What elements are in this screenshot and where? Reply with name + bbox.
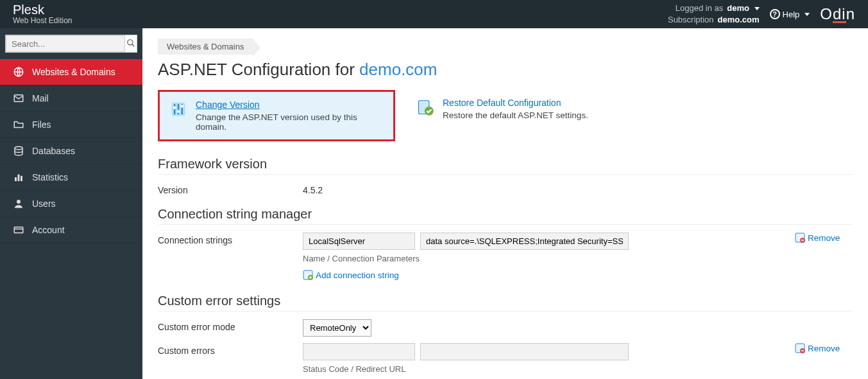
svg-point-15	[173, 106, 176, 109]
restore-icon	[416, 98, 435, 117]
card-icon	[13, 224, 24, 236]
page-title: ASP.NET Configuration for demo.com	[158, 60, 853, 80]
remove-icon	[795, 343, 805, 353]
link-add-connection-label: Add connection string	[316, 270, 399, 280]
sidebar-item-label: Mail	[32, 93, 49, 103]
sidebar-item-label: Databases	[32, 146, 75, 156]
topbar-right: Logged in as demo Subscription demo.com …	[668, 3, 855, 26]
search-wrap	[0, 28, 142, 59]
brand-block: Plesk Web Host Edition	[13, 3, 72, 25]
svg-point-17	[181, 105, 184, 108]
caret-down-icon	[804, 13, 810, 16]
svg-line-1	[132, 44, 135, 46]
svg-point-4	[15, 146, 22, 150]
brand-subtitle: Web Host Edition	[13, 16, 72, 25]
input-connection-params[interactable]	[420, 233, 629, 250]
svg-rect-9	[14, 227, 23, 233]
breadcrumb-item[interactable]: Websites & Domains	[158, 39, 253, 55]
row-error-mode: Custom error mode RemoteOnly	[158, 319, 853, 337]
nav: Websites & Domains Mail Files Databases …	[0, 59, 142, 243]
tile-change-version-desc: Change the ASP.NET version used by this …	[196, 112, 384, 132]
sidebar-item-label: Websites & Domains	[32, 67, 115, 77]
tile-change-version-link[interactable]: Change Version	[196, 100, 384, 110]
action-tiles: Change Version Change the ASP.NET versio…	[158, 90, 853, 141]
sidebar-item-label: Files	[32, 119, 51, 130]
label-connection-strings: Connection strings	[158, 233, 293, 245]
page-title-domain[interactable]: demo.com	[359, 60, 437, 79]
svg-rect-5	[15, 177, 17, 181]
label-error-mode: Custom error mode	[158, 319, 293, 332]
row-connection-strings: Connection strings Name / Connection Par…	[158, 233, 853, 282]
link-remove-connection-label: Remove	[808, 233, 840, 243]
svg-rect-6	[18, 175, 20, 182]
input-error-status[interactable]	[303, 343, 415, 360]
search-icon	[126, 39, 135, 49]
help-dropdown[interactable]: ? Help	[770, 9, 810, 19]
brand-title: Plesk	[13, 3, 72, 16]
user-icon	[13, 198, 24, 209]
mail-icon	[13, 93, 24, 104]
subscription-label: Subscription	[668, 14, 714, 26]
topbar: Plesk Web Host Edition Logged in as demo…	[0, 0, 868, 28]
help-label: Help	[783, 10, 800, 19]
svg-point-8	[17, 200, 21, 204]
svg-rect-7	[21, 176, 22, 181]
row-version: Version 4.5.2	[158, 182, 853, 195]
link-add-connection-string[interactable]: Add connection string	[303, 270, 399, 280]
globe-icon	[13, 66, 24, 78]
sidebar-item-label: Users	[32, 198, 56, 209]
input-error-url[interactable]	[420, 343, 629, 360]
remove-icon	[795, 233, 805, 243]
sidebar-item-account[interactable]: Account	[0, 217, 142, 243]
input-connection-name[interactable]	[303, 233, 415, 250]
row-custom-errors: Custom errors Status Code / Redirect URL…	[158, 343, 853, 379]
section-heading-errors: Custom error settings	[158, 294, 853, 312]
tile-restore-default-link[interactable]: Restore Default Configuration	[443, 98, 588, 108]
database-icon	[13, 145, 24, 157]
search-input[interactable]	[6, 35, 125, 52]
help-errors: Status Code / Redirect URL	[303, 364, 785, 374]
sidebar-item-files[interactable]: Files	[0, 112, 142, 138]
add-icon	[303, 270, 313, 280]
chart-icon	[13, 172, 24, 183]
sidebar: Websites & Domains Mail Files Databases …	[0, 28, 142, 379]
link-remove-connection[interactable]: Remove	[795, 233, 840, 243]
sidebar-item-databases[interactable]: Databases	[0, 138, 142, 164]
tile-restore-default-desc: Restore the default ASP.NET settings.	[443, 110, 588, 120]
section-heading-connection: Connection string manager	[158, 207, 853, 225]
partner-logo: Odin	[820, 5, 855, 23]
folder-icon	[13, 119, 24, 130]
svg-point-16	[177, 110, 180, 113]
search-button[interactable]	[125, 35, 137, 52]
tile-restore-default[interactable]: Restore Default Configuration Restore th…	[407, 90, 597, 141]
sidebar-item-users[interactable]: Users	[0, 191, 142, 217]
link-remove-error-label: Remove	[808, 344, 840, 353]
logged-in-user-dropdown[interactable]: demo	[727, 3, 759, 14]
label-custom-errors: Custom errors	[158, 343, 293, 356]
sidebar-item-websites-domains[interactable]: Websites & Domains	[0, 59, 142, 85]
breadcrumb: Websites & Domains	[158, 39, 853, 55]
svg-point-0	[128, 39, 133, 44]
search-box	[5, 35, 137, 53]
section-heading-framework: Framework version	[158, 157, 853, 175]
select-error-mode[interactable]: RemoteOnly	[303, 319, 371, 337]
logged-in-label: Logged in as	[676, 3, 723, 14]
page-title-prefix: ASP.NET Configuration for	[158, 60, 359, 79]
main-content: Websites & Domains ASP.NET Configuration…	[142, 28, 868, 379]
link-remove-error[interactable]: Remove	[795, 343, 840, 353]
tile-change-version[interactable]: Change Version Change the ASP.NET versio…	[158, 90, 395, 141]
sidebar-item-statistics[interactable]: Statistics	[0, 164, 142, 191]
sidebar-item-label: Statistics	[32, 172, 68, 182]
sidebar-item-mail[interactable]: Mail	[0, 85, 142, 112]
logged-in-user: demo	[727, 3, 749, 13]
subscription-value[interactable]: demo.com	[718, 14, 760, 26]
label-version: Version	[158, 182, 293, 195]
help-icon: ?	[770, 9, 780, 19]
help-connection: Name / Connection Parameters	[303, 254, 785, 263]
value-version: 4.5.2	[303, 182, 853, 195]
caret-down-icon	[754, 7, 760, 10]
sidebar-item-label: Account	[32, 225, 65, 235]
login-info: Logged in as demo Subscription demo.com	[668, 3, 760, 26]
sliders-icon	[169, 100, 188, 119]
